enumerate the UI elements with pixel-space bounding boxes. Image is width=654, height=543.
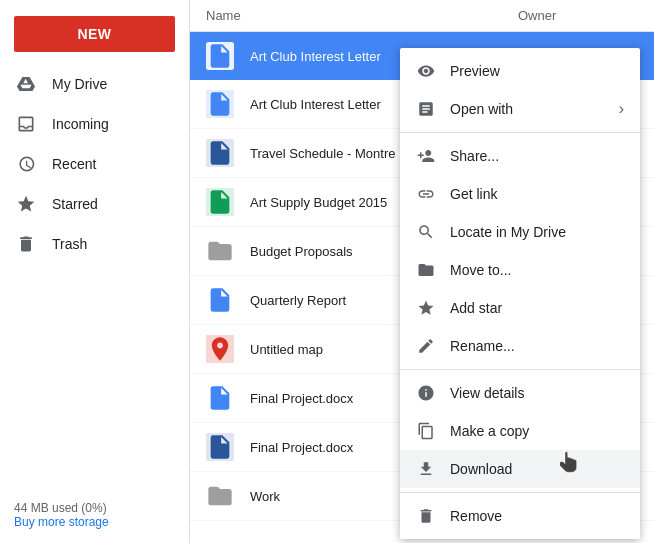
- open-with-icon: [416, 99, 436, 119]
- menu-label: Add star: [450, 300, 624, 316]
- menu-label: Preview: [450, 63, 624, 79]
- sidebar-label-recent: Recent: [52, 156, 96, 172]
- menu-label: Download: [450, 461, 624, 477]
- menu-label: Remove: [450, 508, 624, 524]
- svg-rect-7: [213, 110, 222, 112]
- context-menu: Preview Open with › Share... Get link: [400, 48, 640, 539]
- menu-item-locate[interactable]: Locate in My Drive: [400, 213, 640, 251]
- sidebar-label-my-drive: My Drive: [52, 76, 107, 92]
- menu-item-view-details[interactable]: View details: [400, 374, 640, 412]
- sidebar-item-trash[interactable]: Trash: [0, 224, 179, 264]
- menu-divider: [400, 492, 640, 493]
- doc-icon: [202, 86, 238, 122]
- menu-label: Locate in My Drive: [450, 224, 624, 240]
- svg-rect-2: [213, 58, 227, 60]
- star-icon: [416, 298, 436, 318]
- sidebar-label-trash: Trash: [52, 236, 87, 252]
- link-icon: [416, 184, 436, 204]
- menu-label: Rename...: [450, 338, 624, 354]
- svg-rect-6: [213, 106, 227, 108]
- remove-icon: [416, 506, 436, 526]
- file-list-header: Name Owner: [190, 0, 654, 32]
- main-content: Name Owner Art Club Interest Letter: [190, 0, 654, 543]
- menu-item-preview[interactable]: Preview: [400, 52, 640, 90]
- folder-move-icon: [416, 260, 436, 280]
- menu-item-remove[interactable]: Remove: [400, 497, 640, 535]
- sidebar: NEW My Drive Incoming Recent: [0, 0, 190, 543]
- doc-icon: [202, 380, 238, 416]
- menu-label: Share...: [450, 148, 624, 164]
- download-icon: [416, 459, 436, 479]
- col-owner-header: Owner: [518, 8, 638, 23]
- menu-item-move-to[interactable]: Move to...: [400, 251, 640, 289]
- svg-rect-1: [213, 55, 227, 57]
- sidebar-label-incoming: Incoming: [52, 116, 109, 132]
- starred-icon: [14, 192, 38, 216]
- trash-icon: [14, 232, 38, 256]
- menu-item-rename[interactable]: Rename...: [400, 327, 640, 365]
- drive-icon: [14, 72, 38, 96]
- col-name-header: Name: [206, 8, 518, 23]
- menu-item-share[interactable]: Share...: [400, 137, 640, 175]
- svg-rect-3: [213, 62, 222, 64]
- menu-label: View details: [450, 385, 624, 401]
- doc-icon: [202, 282, 238, 318]
- sidebar-item-incoming[interactable]: Incoming: [0, 104, 179, 144]
- folder-icon: [202, 478, 238, 514]
- person-add-icon: [416, 146, 436, 166]
- svg-rect-17: [213, 397, 227, 399]
- word-icon: W: [202, 135, 238, 171]
- incoming-icon: [14, 112, 38, 136]
- menu-item-get-link[interactable]: Get link: [400, 175, 640, 213]
- sidebar-item-starred[interactable]: Starred: [0, 184, 179, 224]
- menu-label: Move to...: [450, 262, 624, 278]
- sidebar-item-recent[interactable]: Recent: [0, 144, 179, 184]
- storage-used: 44 MB used (0%): [14, 501, 175, 515]
- menu-divider: [400, 132, 640, 133]
- sidebar-footer: 44 MB used (0%) Buy more storage: [0, 491, 189, 543]
- menu-item-download[interactable]: Download: [400, 450, 640, 488]
- eye-icon: [416, 61, 436, 81]
- menu-label: Make a copy: [450, 423, 624, 439]
- new-button[interactable]: NEW: [14, 16, 175, 52]
- copy-icon: [416, 421, 436, 441]
- maps-icon: [202, 331, 238, 367]
- svg-rect-14: [213, 299, 227, 301]
- info-icon: [416, 383, 436, 403]
- sidebar-label-starred: Starred: [52, 196, 98, 212]
- svg-text:W: W: [213, 154, 221, 163]
- svg-rect-15: [213, 302, 227, 304]
- svg-rect-5: [213, 103, 227, 105]
- recent-icon: [14, 152, 38, 176]
- selected-file-icon: [202, 38, 238, 74]
- sidebar-item-my-drive[interactable]: My Drive: [0, 64, 179, 104]
- menu-label: Open with: [450, 101, 619, 117]
- folder-icon: [202, 233, 238, 269]
- menu-label: Get link: [450, 186, 624, 202]
- sheets-icon: [202, 184, 238, 220]
- menu-item-add-star[interactable]: Add star: [400, 289, 640, 327]
- menu-item-make-copy[interactable]: Make a copy: [400, 412, 640, 450]
- menu-divider: [400, 369, 640, 370]
- buy-storage-link[interactable]: Buy more storage: [14, 515, 175, 529]
- search-icon: [416, 222, 436, 242]
- word-icon: [202, 429, 238, 465]
- menu-item-open-with[interactable]: Open with ›: [400, 90, 640, 128]
- chevron-right-icon: ›: [619, 100, 624, 118]
- rename-icon: [416, 336, 436, 356]
